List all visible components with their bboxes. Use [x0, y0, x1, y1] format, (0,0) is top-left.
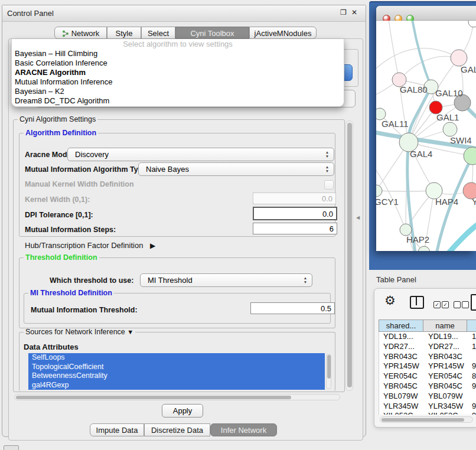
float-window-icon[interactable]: ❐ [340, 8, 347, 17]
control-panel-title: Control Panel [7, 9, 54, 18]
table-row[interactable]: YLR345WYLR345W9. [379, 402, 476, 412]
table-cell: YBR045C [379, 381, 424, 392]
document-icon[interactable] [471, 294, 476, 311]
mi-threshold-label: Mutual Information Threshold: [31, 306, 138, 314]
table-cell: YDR27... [424, 342, 468, 352]
network-node-gal1[interactable] [443, 122, 457, 136]
table-cell: YDR27... [379, 342, 424, 352]
bottom-tab-discretize-data[interactable]: Discretize Data [144, 423, 210, 436]
sources-title: Sources for Network Inference ▼ [24, 328, 135, 336]
control-panel-window: Control Panel ❐ ✕ gal-filtered sir defau… [2, 5, 366, 437]
which-threshold-combo[interactable]: MI Threshold ▲▼ [140, 273, 312, 287]
table-body: YDL19...YDL19...13YDR27...YDR27...12YBR0… [379, 332, 476, 415]
split-columns-icon[interactable] [410, 296, 424, 309]
tab-network[interactable]: Network [54, 27, 107, 39]
node-label: GAL10 [435, 88, 463, 98]
algorithm-option[interactable]: Mutual Information Inference [12, 77, 344, 87]
mi-threshold-field[interactable]: 0.5 [250, 302, 335, 314]
mi-type-label: Mutual Information Algorithm Type: [25, 165, 149, 174]
node-label: GAL [461, 64, 476, 74]
column-header-shared[interactable]: shared... [379, 319, 423, 332]
table-cell: YPR145W [379, 361, 424, 371]
hub-definition-label: Hub/Transcription Factor Definition [25, 241, 143, 250]
table-row[interactable]: YDL19...YDL19...13 [379, 332, 476, 342]
bottom-tab-impute-data[interactable]: Impute Data [90, 423, 144, 436]
splitter-collapse-icon[interactable]: ◀ [356, 215, 360, 220]
data-attribute-item[interactable]: SelfLoops [28, 353, 325, 363]
table-cell: YPR145W [424, 361, 468, 371]
tab-label: Style [116, 29, 133, 38]
table-row[interactable]: YPR145WYPR145W9. [379, 361, 476, 371]
column-header[interactable] [467, 319, 476, 332]
algorithm-option[interactable]: Bayesian – Hill Climbing [12, 49, 344, 58]
table-cell: 9 [468, 411, 476, 415]
node-label: GAL11 [382, 119, 409, 129]
table-row[interactable]: YBR043CYBR043C [379, 352, 476, 362]
table-row[interactable]: YIL052CYIL052C9 [379, 411, 476, 415]
data-attribute-item[interactable]: BetweennessCentrality [28, 371, 325, 381]
algorithm-option[interactable]: Dream8 DC_TDC Algorithm [12, 96, 344, 106]
collapsed-panel-button[interactable] [4, 445, 19, 450]
table-cell: YLR345W [379, 402, 424, 412]
network-node-hap2[interactable] [400, 224, 412, 236]
attr-list-scrollbar[interactable] [326, 354, 331, 389]
which-threshold-value: MI Threshold [148, 276, 193, 285]
table-cell: YBR045C [424, 381, 468, 392]
close-window-icon[interactable]: ✕ [351, 8, 357, 17]
column-header-name[interactable]: name [423, 319, 467, 332]
checked-pair-icon[interactable]: ✓✓ [433, 299, 449, 309]
gear-icon[interactable]: ⚙ [384, 294, 396, 308]
collapse-arrow-icon[interactable]: ▼ [127, 328, 133, 335]
table-cell: YER054C [424, 371, 468, 381]
table-row[interactable]: YBR045CYBR045C9. [379, 381, 476, 392]
table-cell: 9. [468, 361, 476, 371]
node-label: GAL1 [436, 112, 459, 122]
data-attributes-label: Data Attributes [24, 343, 79, 351]
aracne-mode-combo[interactable]: Discovery ▲▼ [67, 148, 334, 161]
dpi-tolerance-field[interactable]: 0.0 [253, 207, 337, 220]
kernel-width-field[interactable]: 0.0 [253, 193, 336, 204]
algorithm-dropdown-list: Select algorithm to view settings Bayesi… [11, 39, 344, 107]
bottom-tab-infer-network[interactable]: Infer Network [210, 423, 277, 436]
network-node-swi4[interactable] [464, 147, 476, 165]
which-threshold-label: Which threshold to use: [50, 276, 133, 285]
algorithm-option[interactable]: ARACNE Algorithm [12, 68, 344, 77]
table-horizontal-scrollbar[interactable] [380, 416, 473, 423]
unchecked-pair-icon[interactable] [454, 299, 469, 309]
mi-steps-field[interactable]: 6 [253, 223, 337, 234]
kernel-width-label: Kernel Width (0,1): [25, 195, 90, 204]
settings-vertical-scrollbar[interactable] [345, 120, 353, 391]
settings-horizontal-scrollbar[interactable] [14, 394, 340, 400]
node-label: HAP4 [435, 197, 458, 207]
node-label: HAP2 [406, 234, 429, 244]
network-node[interactable] [468, 21, 476, 27]
hub-definition-expander[interactable]: Hub/Transcription Factor Definition ▶ [25, 241, 155, 250]
data-attribute-item[interactable]: TopologicalCoefficient [28, 363, 325, 372]
algorithm-option[interactable]: Bayesian – K2 [12, 87, 344, 96]
mi-type-combo[interactable]: Naive Bayes ▲▼ [138, 162, 334, 176]
table-header-row[interactable]: shared...name [379, 319, 476, 332]
tab-style[interactable]: Style [107, 27, 141, 39]
aracne-mode-label: Aracne Mode: [25, 151, 74, 159]
algorithm-option[interactable]: Basic Correlation Inference [12, 58, 344, 68]
node-label: SWI4 [450, 135, 472, 145]
mi-threshold-title: MI Threshold Definition [28, 289, 114, 297]
table-row[interactable]: YBL079WYBL079W [379, 392, 476, 402]
network-node-gcy1[interactable] [376, 185, 382, 197]
network-node[interactable] [418, 246, 430, 251]
tab-label: jActiveMNodules [255, 29, 312, 38]
network-canvas[interactable]: GALGAL80GAL10GAL1GAL11GAL4SWI4HAP4YGCY1H… [376, 21, 476, 251]
tab-jactivemnodules[interactable]: jActiveMNodules [249, 27, 317, 39]
table-row[interactable]: YDR27...YDR27...12 [379, 342, 476, 352]
data-attribute-item[interactable]: gal4RGexp [28, 381, 325, 390]
network-node-gal11[interactable] [376, 108, 386, 120]
manual-kernel-checkbox[interactable] [324, 180, 334, 190]
table-cell: YBL079W [379, 392, 424, 402]
tab-cyni-toolbox[interactable]: Cyni Toolbox [175, 27, 249, 39]
tab-select[interactable]: Select [141, 27, 175, 39]
apply-button[interactable]: Apply [162, 404, 203, 418]
network-node-gal[interactable] [451, 50, 467, 66]
table-row[interactable]: YER054CYER054C8. [379, 371, 476, 381]
table-cell: YBL079W [424, 392, 468, 402]
node-label: GAL80 [400, 84, 428, 94]
